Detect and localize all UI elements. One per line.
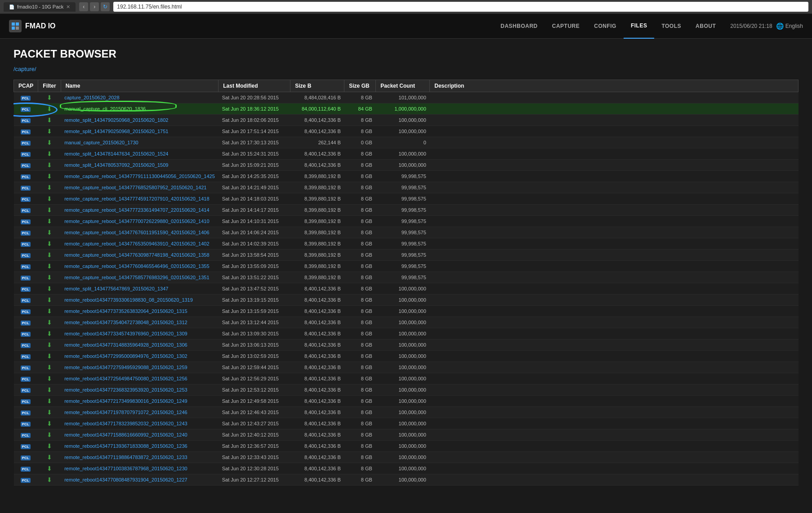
pcap-cell[interactable]: PCL bbox=[14, 126, 38, 137]
download-icon[interactable]: ⬇ bbox=[47, 397, 52, 405]
name-cell[interactable]: manual_capture_cli_20150620_1836 bbox=[61, 103, 219, 115]
pcap-cell[interactable]: PCL bbox=[14, 227, 38, 238]
name-cell[interactable]: remote_capture_reboot_143477768525807952… bbox=[61, 182, 219, 193]
filter-cell[interactable]: ⬇ bbox=[38, 351, 61, 362]
nav-dashboard[interactable]: DASHBOARD bbox=[493, 14, 545, 39]
pcap-cell[interactable]: PCL bbox=[14, 160, 38, 171]
name-cell[interactable]: remote_reboot1434772995000894976_2015062… bbox=[61, 351, 219, 362]
file-name-link[interactable]: manual_capture_cli_20150620_1836 bbox=[64, 106, 146, 112]
forward-button[interactable]: › bbox=[90, 2, 99, 11]
download-icon[interactable]: ⬇ bbox=[47, 139, 52, 146]
download-icon[interactable]: ⬇ bbox=[47, 364, 52, 371]
pcap-cell[interactable]: PCL bbox=[14, 272, 38, 283]
file-name-link[interactable]: remote_reboot1434770808487931904_2015062… bbox=[64, 477, 187, 482]
name-cell[interactable]: remote_reboot1434772564984750080_2015062… bbox=[61, 373, 219, 384]
file-name-link[interactable]: remote_capture_reboot_143477700726229880… bbox=[64, 219, 209, 224]
download-icon[interactable]: ⬇ bbox=[47, 206, 52, 214]
name-cell[interactable]: remote_reboot1434773148835964928_2015062… bbox=[61, 339, 219, 351]
download-icon[interactable]: ⬇ bbox=[47, 240, 52, 247]
download-icon[interactable]: ⬇ bbox=[47, 409, 52, 416]
filter-cell[interactable]: ⬇ bbox=[38, 339, 61, 351]
download-icon[interactable]: ⬇ bbox=[47, 150, 52, 157]
name-cell[interactable]: remote_capture_reboot_143477791111300445… bbox=[61, 171, 219, 182]
pcap-cell[interactable]: PCL bbox=[14, 261, 38, 272]
filter-cell[interactable]: ⬇ bbox=[38, 429, 61, 441]
pcap-cell[interactable]: PCL bbox=[14, 429, 38, 441]
download-icon[interactable]: ⬇ bbox=[47, 263, 52, 270]
file-name-link[interactable]: remote_reboot1434772368323953920_2015062… bbox=[64, 387, 187, 393]
pcap-cell[interactable]: PCL bbox=[14, 351, 38, 362]
filter-cell[interactable]: ⬇ bbox=[38, 193, 61, 205]
pcap-cell[interactable]: PCL bbox=[14, 294, 38, 306]
download-icon[interactable]: ⬇ bbox=[47, 184, 52, 191]
pcap-cell[interactable]: PCL bbox=[14, 317, 38, 328]
filter-cell[interactable]: ⬇ bbox=[38, 452, 61, 463]
filter-cell[interactable]: ⬇ bbox=[38, 115, 61, 126]
name-cell[interactable]: remote_reboot1434771588616660992_2015062… bbox=[61, 429, 219, 441]
file-name-link[interactable]: remote_split_1434781447634_20150620_1524 bbox=[64, 151, 168, 156]
name-cell[interactable]: manual_capture_20150620_1730 bbox=[61, 137, 219, 148]
name-cell[interactable]: remote_reboot1434772368323953920_2015062… bbox=[61, 384, 219, 396]
pcap-cell[interactable]: PCL bbox=[14, 407, 38, 418]
name-cell[interactable]: remote_reboot1434773735263832064_2015062… bbox=[61, 306, 219, 317]
download-icon[interactable]: ⬇ bbox=[47, 285, 52, 292]
name-cell[interactable]: remote_capture_reboot_143477723361494707… bbox=[61, 205, 219, 216]
filter-cell[interactable]: ⬇ bbox=[38, 171, 61, 182]
filter-cell[interactable]: ⬇ bbox=[38, 227, 61, 238]
name-cell[interactable]: remote_reboot1434771393671833088_2015062… bbox=[61, 441, 219, 452]
pcap-cell[interactable]: PCL bbox=[14, 250, 38, 261]
download-icon[interactable]: ⬇ bbox=[47, 341, 52, 348]
download-icon[interactable]: ⬇ bbox=[47, 352, 52, 360]
file-name-link[interactable]: remote_reboot1434771588616660992_2015062… bbox=[64, 432, 187, 437]
pcap-cell[interactable]: PCL bbox=[14, 362, 38, 373]
pcap-cell[interactable]: PCL bbox=[14, 205, 38, 216]
name-cell[interactable]: remote_reboot1434773345743976960_2015062… bbox=[61, 328, 219, 339]
file-name-link[interactable]: capture_20150620_2028 bbox=[64, 95, 119, 100]
name-cell[interactable]: remote_reboot1434773540472738048_2015062… bbox=[61, 317, 219, 328]
name-cell[interactable]: remote_split_1434775647869_20150620_1347 bbox=[61, 283, 219, 294]
filter-cell[interactable]: ⬇ bbox=[38, 205, 61, 216]
file-name-link[interactable]: remote_reboot1434772995000894976_2015062… bbox=[64, 353, 187, 359]
nav-tools[interactable]: TOOLS bbox=[654, 14, 688, 39]
download-icon[interactable]: ⬇ bbox=[47, 251, 52, 259]
name-cell[interactable]: remote_capture_reboot_143477745917207910… bbox=[61, 193, 219, 205]
name-cell[interactable]: remote_split_1434781447634_20150620_1524 bbox=[61, 148, 219, 160]
address-bar[interactable]: 192.168.11.75/en.files.html bbox=[113, 2, 808, 12]
download-icon[interactable]: ⬇ bbox=[47, 296, 52, 303]
download-icon[interactable]: ⬇ bbox=[47, 476, 52, 483]
file-name-link[interactable]: remote_reboot1434771783239852032_2015062… bbox=[64, 421, 187, 426]
download-icon[interactable]: ⬇ bbox=[47, 386, 52, 393]
pcap-cell[interactable]: PCL bbox=[14, 463, 38, 474]
nav-about[interactable]: ABOUT bbox=[688, 14, 723, 39]
name-cell[interactable]: remote_reboot1434772759495929088_2015062… bbox=[61, 362, 219, 373]
download-icon[interactable]: ⬇ bbox=[47, 195, 52, 202]
name-cell[interactable]: remote_reboot1434771003836787968_2015062… bbox=[61, 463, 219, 474]
pcap-cell[interactable]: PCL bbox=[14, 103, 38, 115]
file-name-link[interactable]: remote_capture_reboot_143477585776983296… bbox=[64, 275, 209, 280]
filter-cell[interactable]: ⬇ bbox=[38, 126, 61, 137]
filter-cell[interactable]: ⬇ bbox=[38, 463, 61, 474]
file-name-link[interactable]: remote_reboot1434773540472738048_2015062… bbox=[64, 320, 187, 325]
filter-cell[interactable]: ⬇ bbox=[38, 261, 61, 272]
pcap-cell[interactable]: PCL bbox=[14, 171, 38, 182]
file-name-link[interactable]: remote_reboot1434771003836787968_2015062… bbox=[64, 466, 187, 471]
file-name-link[interactable]: remote_capture_reboot_143477653509463910… bbox=[64, 241, 209, 246]
file-name-link[interactable]: remote_capture_reboot_143477791111300445… bbox=[64, 174, 215, 179]
filter-cell[interactable]: ⬇ bbox=[38, 272, 61, 283]
file-name-link[interactable]: remote_reboot143477393306198830_08_20150… bbox=[64, 297, 193, 303]
name-cell[interactable]: remote_reboot1434772173499830016_2015062… bbox=[61, 396, 219, 407]
name-cell[interactable]: capture_20150620_2028 bbox=[61, 92, 219, 103]
download-icon[interactable]: ⬇ bbox=[47, 465, 52, 472]
download-icon[interactable]: ⬇ bbox=[47, 173, 52, 180]
download-icon[interactable]: ⬇ bbox=[47, 375, 52, 382]
pcap-cell[interactable]: PCL bbox=[14, 283, 38, 294]
pcap-cell[interactable]: PCL bbox=[14, 92, 38, 103]
pcap-cell[interactable]: PCL bbox=[14, 328, 38, 339]
name-cell[interactable]: remote_capture_reboot_143477653509463910… bbox=[61, 238, 219, 250]
file-name-link[interactable]: remote_split_1434790250968_20150620_1751 bbox=[64, 129, 168, 134]
filter-cell[interactable]: ⬇ bbox=[38, 148, 61, 160]
download-icon[interactable]: ⬇ bbox=[47, 274, 52, 281]
pcap-cell[interactable]: PCL bbox=[14, 373, 38, 384]
name-cell[interactable]: remote_capture_reboot_143477676011951590… bbox=[61, 227, 219, 238]
file-name-link[interactable]: remote_capture_reboot_143477723361494707… bbox=[64, 207, 209, 213]
